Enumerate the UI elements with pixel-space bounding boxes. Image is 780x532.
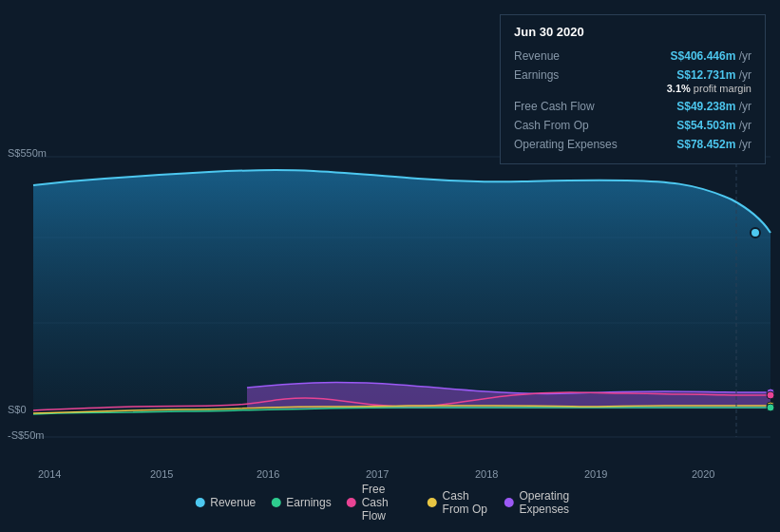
svg-point-9 (767, 391, 774, 399)
tooltip-label-fcf: Free Cash Flow (514, 100, 628, 113)
tooltip-label-earnings: Earnings (514, 68, 628, 82)
legend-item-cashfromop[interactable]: Cash From Op (428, 489, 489, 516)
legend-dot-fcf (347, 498, 356, 507)
x-label-2020: 2020 (692, 468, 714, 480)
chart-container: S$550m S$0 -S$50m 2014 2015 2016 2017 20… (0, 0, 780, 532)
chart-legend: Revenue Earnings Free Cash Flow Cash Fro… (195, 483, 585, 522)
x-label-2017: 2017 (366, 468, 389, 480)
x-label-2014: 2014 (38, 468, 61, 480)
tooltip-row-opex: Operating Expenses S$78.452m /yr (514, 135, 751, 154)
tooltip-row-revenue: Revenue S$406.446m /yr (514, 47, 751, 66)
legend-dot-revenue (195, 498, 204, 507)
tooltip-value-opex: S$78.452m /yr (676, 138, 751, 151)
legend-label-revenue: Revenue (210, 496, 256, 509)
tooltip-row-cashfromop: Cash From Op S$54.503m /yr (514, 116, 751, 135)
tooltip-label-cashfromop: Cash From Op (514, 119, 628, 132)
y-label-550: S$550m (8, 147, 47, 159)
legend-dot-earnings (271, 498, 280, 507)
legend-label-cashfromop: Cash From Op (443, 489, 489, 516)
tooltip-box: Jun 30 2020 Revenue S$406.446m /yr Earni… (500, 14, 766, 164)
y-label-neg50: -S$50m (8, 429, 45, 441)
svg-point-11 (767, 404, 774, 411)
tooltip-label-revenue: Revenue (514, 49, 628, 63)
legend-dot-cashfromop (428, 498, 437, 507)
tooltip-value-fcf: S$49.238m /yr (676, 100, 751, 113)
legend-label-earnings: Earnings (286, 496, 331, 509)
profit-margin: 3.1% profit margin (667, 83, 751, 94)
svg-point-7 (751, 228, 760, 238)
tooltip-date: Jun 30 2020 (514, 25, 751, 39)
x-label-2015: 2015 (150, 468, 173, 480)
legend-item-fcf[interactable]: Free Cash Flow (347, 483, 412, 522)
tooltip-value-cashfromop: S$54.503m /yr (676, 119, 751, 132)
tooltip-value-earnings: S$12.731m /yr (667, 68, 751, 82)
tooltip-value-revenue: S$406.446m /yr (671, 49, 751, 63)
tooltip-row-earnings: Earnings S$12.731m /yr 3.1% profit margi… (514, 66, 751, 97)
y-label-0: S$0 (8, 404, 27, 415)
tooltip-label-opex: Operating Expenses (514, 138, 628, 151)
legend-label-fcf: Free Cash Flow (362, 483, 412, 522)
legend-item-earnings[interactable]: Earnings (271, 496, 331, 509)
legend-dot-opex (504, 498, 513, 507)
legend-item-revenue[interactable]: Revenue (195, 496, 256, 509)
x-label-2018: 2018 (475, 468, 498, 480)
legend-item-opex[interactable]: Operating Expenses (504, 489, 584, 516)
x-label-2019: 2019 (584, 468, 607, 480)
legend-label-opex: Operating Expenses (519, 489, 584, 516)
x-label-2016: 2016 (257, 468, 279, 480)
tooltip-row-fcf: Free Cash Flow S$49.238m /yr (514, 97, 751, 116)
